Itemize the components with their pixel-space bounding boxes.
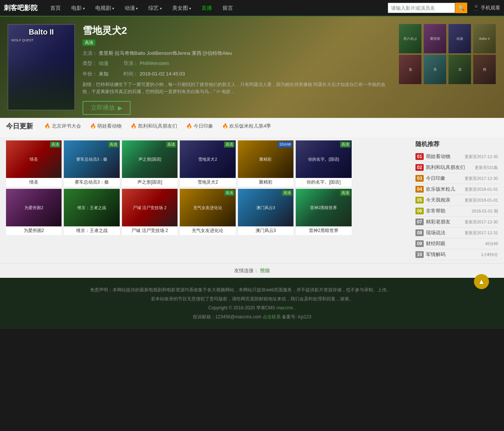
movie-card-movies-row-2-4[interactable]: 高清 澳门风云3 澳门风云3 — [238, 189, 293, 235]
footer-back-to-top[interactable]: ▲ — [474, 274, 489, 289]
movie-title: 为爱所困2 — [6, 226, 62, 235]
sidebar-update-5: 2018-01-01 期 — [472, 208, 498, 214]
banner-title: 雪地灵犬2 — [83, 24, 391, 37]
movie-title: 雷神2黑暗世界 — [296, 226, 351, 235]
banner-year-label: 年份： — [83, 71, 97, 77]
site-logo[interactable]: 刺客吧影院 — [4, 3, 38, 12]
banner-poster-title-text: Balto II — [11, 28, 71, 36]
movie-card-movies-row-2-3[interactable]: 高清 充气女友进化论 充气女友进化论 — [180, 189, 235, 235]
banner-thumb-5[interactable]: 美 — [424, 55, 446, 84]
banner-play-text: 立即播放 — [91, 104, 115, 112]
movie-img: 高清 澳门风云3 — [238, 189, 293, 226]
sidebar-item-8[interactable]: 09 财经郎眼 45分钟 — [415, 238, 498, 249]
banner-thumb-0[interactable]: 君の名は — [399, 24, 421, 53]
nav-variety[interactable]: 综艺 — [143, 0, 167, 16]
search-input[interactable] — [388, 3, 455, 13]
today-link-2[interactable]: 凯利和玩具朋友们 — [131, 123, 177, 130]
sidebar-name-7: 现场说法 — [426, 229, 463, 236]
banner-thumb-4[interactable]: 鬼 — [399, 55, 421, 84]
movie-img: 高清 你的名字。[国语] — [296, 140, 351, 178]
banner-play-button[interactable]: 立即播放 ▶ — [83, 101, 131, 115]
search-button[interactable]: 🔍 — [455, 3, 467, 13]
sidebar-update-1: 更新至531集 — [475, 165, 498, 170]
footer-maccms-link[interactable]: maccms — [277, 305, 293, 310]
movie-card-movies-row-2-0[interactable]: 为爱所困2 为爱所困2 — [6, 189, 62, 235]
sidebar-item-3[interactable]: 04 欢乐饭米粒儿 更新至2018-01-01 — [415, 184, 498, 195]
banner-year: 年份：未知 — [83, 69, 108, 78]
nav-comment[interactable]: 留言 — [217, 0, 238, 16]
sidebar-list: 01 萌娃看动物 更新至2017-12-30 02 凯利和玩具朋友们 更新至53… — [415, 151, 498, 260]
movie-card-movies-row-1-1[interactable]: 高清 赛车总动员3：极 赛车总动员3：极 — [64, 140, 119, 187]
banner-year-value: 未知 — [99, 71, 108, 77]
banner-year-time: 年份：未知 时间：2018-01-02 14:45:03 — [83, 69, 391, 78]
movie-card-movies-row-1-4[interactable]: 10分钟 聚精彩 聚精彩 — [238, 140, 293, 187]
sidebar-item-5[interactable]: 06 非常帮助 2018-01-01 期 — [415, 206, 498, 217]
banner-director-label: 导演： — [123, 60, 138, 66]
banner-thumb-2[interactable]: 动漫 — [448, 24, 471, 53]
sidebar-update-0: 更新至2017-12-30 — [465, 154, 498, 160]
movie-card-movies-row-2-5[interactable]: 高清 雷神2黑暗世界 雷神2黑暗世界 — [296, 189, 351, 235]
banner-thumb-3[interactable]: Balto II — [473, 24, 496, 53]
banner-thumb-6[interactable]: 龙 — [448, 55, 471, 84]
footer-complaint-link[interactable]: 点击联系 — [263, 314, 281, 319]
nav-live[interactable]: 直播 — [196, 0, 217, 16]
sidebar-update-9: 1小时6分 — [481, 252, 498, 258]
movie-title: 充气女友进化论 — [180, 226, 235, 235]
today-link-0[interactable]: 北京评书大会 — [44, 123, 81, 130]
movie-card-movies-row-1-2[interactable]: 高清 声之形[国语] 声之形[国语] — [122, 140, 178, 187]
sidebar-name-9: 军情解码 — [426, 251, 480, 258]
sidebar-item-4[interactable]: 05 今天我相亲 更新至2018-01-01 — [415, 195, 498, 206]
movie-card-movies-row-1-3[interactable]: 高清 雪地灵犬2 雪地灵犬2 — [180, 140, 235, 187]
today-link-4[interactable]: 欢乐饭米粒儿第4季 — [222, 123, 271, 130]
sidebar-item-0[interactable]: 01 萌娃看动物 更新至2017-12-30 — [415, 151, 498, 162]
banner-time-value: 2018-01-02 14:45:03 — [140, 71, 185, 77]
movie-badge: 高清 — [224, 142, 235, 148]
movie-title: 你的名字。[国语] — [296, 178, 351, 187]
friends-section: 友情连接： 熊猫 — [0, 263, 504, 278]
sidebar-item-1[interactable]: 02 凯利和玩具朋友们 更新至531集 — [415, 162, 498, 173]
movie-badge: 高清 — [108, 142, 119, 148]
sidebar-name-3: 欢乐饭米粒儿 — [426, 186, 463, 193]
sidebar-item-6[interactable]: 07 精彩老朋友 更新至2017-12-30 — [415, 217, 498, 228]
banner-thumb-7[interactable]: 熊 — [473, 55, 496, 84]
sidebar-item-2[interactable]: 03 今日印象 更新至2017-12-30 — [415, 173, 498, 184]
movie-badge: 高清 — [224, 190, 235, 196]
banner-info: 雪地灵犬2 高清 主演：查里斯·拉马奇饰Balto JodiBenson饰Jen… — [83, 24, 391, 110]
sidebar-rank-3: 04 — [415, 186, 424, 193]
today-link-1[interactable]: 萌娃看动物 — [90, 123, 122, 130]
sidebar-name-4: 今天我相亲 — [426, 197, 463, 203]
sidebar-name-6: 精彩老朋友 — [426, 219, 463, 225]
sidebar-item-7[interactable]: 08 现场说法 更新至2017-12-31 — [415, 228, 498, 238]
nav-movie[interactable]: 电影 — [66, 0, 90, 16]
sidebar-name-0: 萌娃看动物 — [426, 153, 463, 160]
footer-disclaimer: 免责声明：本网站提供的最新电视剧和电影资源均系收集于各大视频网站，本网站只提供w… — [8, 285, 496, 294]
movie-card-movies-row-2-2[interactable]: 尸城 活尸竞技场 2 尸城 活尸竞技场 2 — [122, 189, 178, 235]
movie-card-movies-row-2-1[interactable]: 维京：王者之战 维京：王者之战 — [64, 189, 119, 235]
footer-notice: 若本站收录的节目无意侵犯了贵司版权，请给网页底部邮箱地址来信，我们会及时处理和回… — [8, 294, 496, 303]
movie-title: 赛车总动员3：极 — [64, 178, 119, 187]
movie-card-movies-row-1-0[interactable]: 高清 情圣 情圣 — [6, 140, 62, 187]
movie-title: 尸城 活尸竞技场 2 — [122, 226, 178, 235]
movie-img: 尸城 活尸竞技场 2 — [122, 189, 178, 226]
nav-tv[interactable]: 电视剧 — [90, 0, 119, 16]
sidebar-item-9[interactable]: 10 军情解码 1小时6分 — [415, 249, 498, 260]
nav-anime[interactable]: 动漫 — [119, 0, 143, 16]
sidebar-rank-1: 02 — [415, 164, 424, 171]
movies-grid: 高清 情圣 情圣 高清 赛车总动员3：极 赛车总动员3：极 高清 声之形[国语]… — [6, 140, 409, 260]
nav-beauty[interactable]: 美女图 — [167, 0, 196, 16]
sidebar-update-8: 45分钟 — [485, 241, 498, 247]
nav-home[interactable]: 首页 — [45, 0, 66, 16]
banner-thumb-1[interactable]: 聚情形 — [424, 24, 446, 53]
movies-row-2: 为爱所困2 为爱所困2 维京：王者之战 维京：王者之战 尸城 活尸竞技场 2 尸… — [6, 189, 409, 235]
movie-img: 高清 赛车总动员3：极 — [64, 140, 119, 178]
movie-badge: 10分钟 — [278, 142, 292, 148]
movie-img: 高清 情圣 — [6, 140, 62, 178]
movie-img: 10分钟 聚精彩 — [238, 140, 293, 178]
movie-card-movies-row-1-5[interactable]: 高清 你的名字。[国语] 你的名字。[国语] — [296, 140, 351, 187]
sidebar-title: 随机推荐 — [415, 140, 498, 148]
friends-link[interactable]: 熊猫 — [260, 268, 270, 273]
sidebar-update-2: 更新至2017-12-30 — [465, 176, 498, 181]
today-link-3[interactable]: 今日印象 — [186, 123, 213, 130]
mobile-label[interactable]: 手机观看 — [473, 5, 500, 11]
banner-desc: 剧情：巴特和珍娜生下了一窝可爱的小狗，每一只都找到了接管他们的新主人，只有阿露没… — [83, 81, 391, 95]
